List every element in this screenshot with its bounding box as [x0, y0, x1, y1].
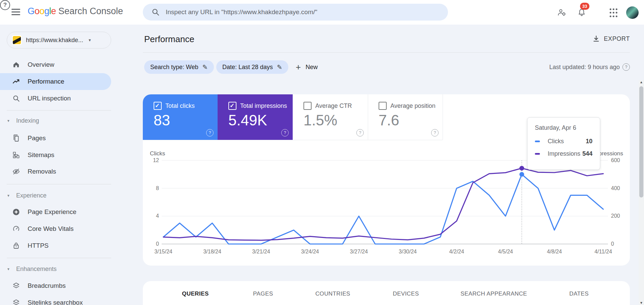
y-axis-tick: 0: [611, 241, 624, 247]
section-experience[interactable]: ▼ Experience: [7, 190, 108, 201]
tab-pages[interactable]: PAGES: [253, 291, 273, 297]
sparkle-circle-icon: [12, 208, 20, 216]
export-button[interactable]: EXPORT: [592, 35, 630, 42]
checkbox-checked[interactable]: [228, 102, 236, 110]
impressions-point-marker: [519, 166, 524, 171]
help-circle-icon[interactable]: ?: [622, 63, 630, 71]
y-axis-tick: 400: [611, 185, 624, 191]
tab-countries[interactable]: COUNTRIES: [315, 291, 350, 297]
section-enhancements[interactable]: ▼ Enhancements: [7, 264, 108, 274]
tab-search-appearance[interactable]: SEARCH APPEARANCE: [460, 291, 527, 297]
sitemap-icon: [12, 151, 20, 159]
lock-icon: [12, 242, 20, 250]
page-title: Performance: [144, 34, 194, 44]
help-circle-icon[interactable]: ?: [356, 129, 364, 136]
checkbox-unchecked[interactable]: [379, 102, 387, 110]
tab-devices[interactable]: DEVICES: [393, 291, 419, 297]
edit-pencil-icon[interactable]: ✎: [277, 63, 282, 71]
divider: [7, 184, 111, 184]
metric-value: 1.5%: [303, 112, 337, 129]
y-axis-tick: 12: [146, 157, 159, 163]
pages-copy-icon: [12, 134, 20, 142]
metric-card-total-clicks[interactable]: Total clicks 83 ?: [143, 94, 218, 140]
metric-value: 83: [154, 112, 170, 129]
home-icon: [12, 61, 20, 69]
scroll-down-arrow[interactable]: ▼: [639, 300, 644, 305]
x-axis-tick: 3/21/24: [252, 249, 270, 255]
avatar[interactable]: [626, 6, 639, 19]
y-axis-tick: 8: [146, 185, 159, 191]
top-app-bar: GoogleSearch Console ? 33: [0, 0, 644, 25]
vertical-scrollbar[interactable]: ▲ ▼: [639, 80, 644, 305]
metric-card-total-impressions[interactable]: Total impressions 5.49K ?: [218, 94, 293, 140]
chart-tooltip: Saturday, Apr 6 Clicks 10 Impressions 54…: [527, 117, 600, 170]
tab-queries[interactable]: QUERIES: [182, 291, 208, 297]
hamburger-menu-icon[interactable]: [11, 9, 20, 16]
sidebar-item-overview[interactable]: Overview: [0, 56, 111, 73]
sidebar: https://www.khakde... ▼ Overview Perform…: [0, 25, 111, 305]
filter-chip-date[interactable]: Date: Last 28 days ✎: [216, 60, 288, 74]
metric-card-average-position[interactable]: Average position 7.6 ?: [368, 94, 443, 140]
series-clicks: [163, 174, 603, 244]
google-logo-text: Google: [28, 6, 56, 16]
sidebar-item-performance[interactable]: Performance: [0, 73, 111, 90]
sidebar-item-page-experience[interactable]: Page Experience: [0, 204, 111, 220]
eye-off-icon: [12, 167, 20, 176]
clicks-point-marker: [519, 172, 524, 177]
last-updated: Last updated: 9 hours ago ?: [549, 63, 630, 71]
y-axis-tick: 4: [146, 213, 159, 219]
search-input[interactable]: [165, 8, 436, 16]
x-axis-tick: 4/5/24: [498, 249, 513, 255]
app-title: Search Console: [58, 6, 123, 16]
tooltip-row-impressions: Impressions 544: [535, 150, 592, 157]
sidebar-item-core-web-vitals[interactable]: Core Web Vitals: [0, 220, 111, 237]
scrollbar-thumb[interactable]: [639, 86, 643, 197]
x-axis-tick: 3/30/24: [399, 249, 417, 255]
section-indexing[interactable]: ▼ Indexing: [7, 116, 108, 126]
sidebar-item-sitelinks-searchbox[interactable]: Sitelinks searchbox: [0, 294, 111, 305]
property-selector[interactable]: https://www.khakde... ▼: [7, 32, 111, 49]
help-icon[interactable]: ?: [0, 0, 10, 10]
help-circle-icon[interactable]: ?: [281, 129, 289, 136]
x-axis-tick: 4/8/24: [547, 249, 562, 255]
new-filter-button[interactable]: + New: [296, 60, 318, 74]
metric-value: 5.49K: [228, 112, 267, 129]
layers-icon: [12, 282, 20, 290]
checkbox-unchecked[interactable]: [303, 102, 312, 110]
divider: [7, 258, 111, 258]
y-axis-tick: 0: [146, 241, 159, 247]
sidebar-item-https[interactable]: HTTPS: [0, 237, 111, 254]
url-inspect-searchbar[interactable]: [143, 4, 448, 21]
checkbox-checked[interactable]: [154, 102, 162, 110]
x-axis-tick: 3/18/24: [203, 249, 221, 255]
apps-grid-icon[interactable]: [610, 8, 619, 18]
download-icon: [592, 35, 600, 42]
x-axis-tick: 4/2/24: [449, 249, 464, 255]
app-logo[interactable]: GoogleSearch Console: [28, 6, 123, 17]
sidebar-item-url-inspection[interactable]: URL inspection: [0, 90, 111, 107]
plus-icon: +: [296, 62, 301, 72]
divider: [143, 52, 630, 53]
manage-accounts-icon[interactable]: [557, 8, 567, 17]
filter-chip-search-type[interactable]: Search type: Web ✎: [144, 60, 214, 74]
tab-dates[interactable]: DATES: [569, 291, 588, 297]
help-circle-icon[interactable]: ?: [206, 129, 214, 136]
x-axis-tick: 3/24/24: [301, 249, 319, 255]
metric-value: 7.6: [379, 112, 399, 129]
tooltip-date: Saturday, Apr 6: [535, 124, 576, 131]
sidebar-item-breadcrumbs[interactable]: Breadcrumbs: [0, 277, 111, 294]
help-circle-icon[interactable]: ?: [431, 129, 439, 136]
metric-card-average-ctr[interactable]: Average CTR 1.5% ?: [293, 94, 368, 140]
clicks-legend-dash: [535, 141, 540, 142]
trending-up-icon: [12, 78, 20, 86]
search-icon: [152, 8, 160, 16]
scroll-up-arrow[interactable]: ▲: [639, 80, 644, 85]
collapse-triangle-icon: ▼: [7, 267, 10, 271]
sidebar-item-sitemaps[interactable]: Sitemaps: [0, 147, 111, 163]
performance-panel: Total clicks 83 ? Total impressions 5.49…: [143, 94, 630, 266]
series-impressions: [163, 168, 603, 240]
edit-pencil-icon[interactable]: ✎: [202, 63, 208, 71]
sidebar-item-removals[interactable]: Removals: [0, 163, 111, 180]
sidebar-item-pages[interactable]: Pages: [0, 130, 111, 147]
impressions-legend-dash: [535, 153, 540, 155]
